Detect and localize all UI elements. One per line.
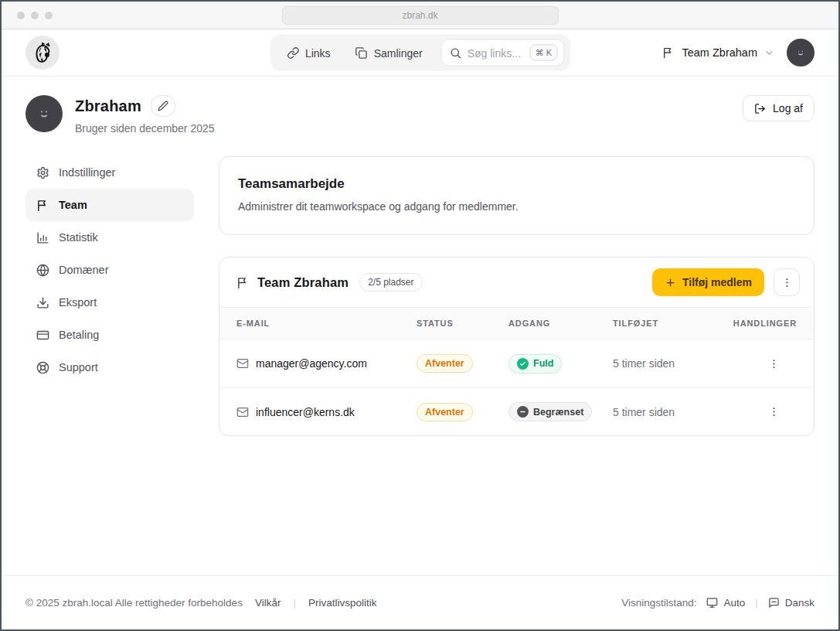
nav-collections-label: Samlinger: [374, 46, 423, 59]
browser-chrome: zbrah.dk: [2, 2, 838, 29]
flag-icon: [36, 199, 49, 212]
member-since-text: Bruger siden december 2025: [75, 122, 215, 135]
page-footer: © 2025 zbrah.local Alle rettigheder forb…: [2, 575, 838, 629]
link-icon: [287, 46, 299, 59]
logout-icon: [754, 103, 766, 114]
plus-icon: [665, 277, 676, 288]
column-header-status: Status: [417, 319, 508, 328]
status-badge: Afventer: [417, 354, 473, 373]
team-members-card: Team Zbraham 2/5 pladser Tilføj medlem: [219, 257, 814, 436]
access-badge: Begrænset: [508, 402, 592, 421]
sidebar-item-betaling[interactable]: Betaling: [26, 319, 194, 351]
sidebar-label: Domæner: [59, 264, 108, 276]
app-header: Links Samlinger ⌘ K Team Zb: [2, 29, 838, 77]
zebra-logo-icon: [31, 41, 54, 64]
sidebar-item-indstillinger[interactable]: Indstillinger: [26, 156, 194, 189]
sidebar-label: Statistik: [59, 231, 98, 244]
copyright-text: © 2025 zbrah.local Alle rettigheder forb…: [26, 597, 243, 609]
member-email: manager@agency.com: [256, 357, 367, 370]
team-card-title: Team Zbraham: [257, 275, 349, 290]
chevron-down-icon: [764, 48, 774, 58]
sidebar-label: Betaling: [59, 329, 99, 341]
sidebar-item-domaener[interactable]: Domæner: [26, 254, 194, 286]
app-logo[interactable]: [26, 36, 60, 70]
page-body: Indstillinger Team Statistik Domæner: [2, 135, 838, 575]
logout-label: Log af: [773, 102, 803, 114]
search-icon: [450, 46, 462, 59]
profile-section: Zbraham Bruger siden december 2025 Log a…: [2, 77, 838, 135]
member-actions-button[interactable]: [765, 403, 783, 421]
download-icon: [36, 296, 49, 309]
kebab-menu-icon: [768, 406, 780, 418]
pencil-icon: [158, 101, 168, 111]
terms-link[interactable]: Vilkår: [255, 597, 281, 609]
language-value: Dansk: [785, 597, 814, 609]
team-options-button[interactable]: [774, 268, 800, 296]
bar-chart-icon: [36, 231, 49, 244]
nav-links-button[interactable]: Links: [276, 40, 342, 65]
search-field[interactable]: ⌘ K: [441, 39, 564, 67]
display-mode-button[interactable]: Auto: [706, 597, 745, 609]
sidebar-item-statistik[interactable]: Statistik: [26, 221, 194, 254]
status-badge: Afventer: [417, 403, 473, 421]
team-switcher[interactable]: Team Zbraham: [662, 46, 774, 59]
user-avatar[interactable]: [787, 39, 814, 67]
member-email: influencer@kerns.dk: [256, 406, 355, 418]
smiley-face-icon: [794, 46, 808, 60]
intro-title: Teamsamarbejde: [238, 176, 795, 192]
table-row: influencer@kerns.dk Afventer Begrænset 5…: [219, 387, 814, 435]
display-mode-label: Visningstilstand:: [621, 597, 696, 609]
sidebar-item-team[interactable]: Team: [26, 189, 194, 221]
profile-avatar: [26, 95, 63, 132]
sidebar-label: Team: [59, 199, 87, 211]
intro-description: Administrer dit teamworkspace og adgang …: [238, 200, 795, 213]
minus-circle-icon: [517, 406, 529, 418]
footer-divider: |: [293, 597, 296, 609]
sidebar-item-support[interactable]: Support: [26, 351, 194, 384]
sidebar-label: Indstillinger: [59, 166, 115, 179]
mail-icon: [236, 406, 249, 418]
close-window-dot[interactable]: [17, 12, 25, 19]
minimize-window-dot[interactable]: [31, 12, 39, 19]
sidebar-label: Support: [59, 361, 98, 373]
language-button[interactable]: Dansk: [768, 597, 814, 609]
collections-icon: [355, 46, 368, 59]
gear-icon: [36, 166, 49, 179]
life-buoy-icon: [36, 361, 49, 374]
nav-collections-button[interactable]: Samlinger: [345, 40, 434, 65]
monitor-icon: [706, 597, 718, 609]
seats-badge: 2/5 pladser: [359, 273, 422, 292]
edit-profile-button[interactable]: [151, 95, 175, 117]
privacy-link[interactable]: Privatlivspolitik: [308, 597, 377, 609]
kebab-menu-icon: [781, 277, 793, 288]
window-controls[interactable]: [17, 12, 53, 19]
access-label: Fuld: [533, 358, 553, 369]
header-right: Team Zbraham: [662, 39, 814, 67]
access-label: Begrænset: [533, 407, 583, 418]
flag-icon: [662, 46, 675, 59]
member-actions-button[interactable]: [765, 355, 783, 373]
profile-name: Zbraham: [75, 97, 141, 115]
column-header-added: Tilføjet: [613, 319, 727, 328]
app-window: zbrah.dk: [0, 0, 840, 631]
smiley-face-icon: [35, 104, 53, 123]
display-mode-value: Auto: [723, 597, 745, 609]
team-switcher-label: Team Zbraham: [682, 46, 757, 59]
footer-divider: |: [755, 597, 758, 609]
settings-sidebar: Indstillinger Team Statistik Domæner: [26, 156, 194, 384]
flag-icon: [236, 276, 250, 289]
column-header-actions: Handlinger: [727, 319, 797, 328]
logout-button[interactable]: Log af: [743, 95, 814, 121]
add-member-button[interactable]: Tilføj medlem: [652, 268, 764, 296]
search-input[interactable]: [468, 46, 525, 59]
access-badge: Fuld: [508, 354, 562, 373]
address-bar-url: zbrah.dk: [402, 10, 437, 21]
globe-icon: [36, 264, 49, 277]
address-bar[interactable]: zbrah.dk: [282, 6, 559, 25]
zoom-window-dot[interactable]: [45, 12, 53, 19]
add-member-label: Tilføj medlem: [682, 276, 752, 288]
sidebar-item-eksport[interactable]: Eksport: [26, 286, 194, 319]
speech-bubble-icon: [768, 597, 780, 609]
nav-links-label: Links: [305, 46, 331, 59]
team-card-header: Team Zbraham 2/5 pladser Tilføj medlem: [219, 258, 814, 307]
